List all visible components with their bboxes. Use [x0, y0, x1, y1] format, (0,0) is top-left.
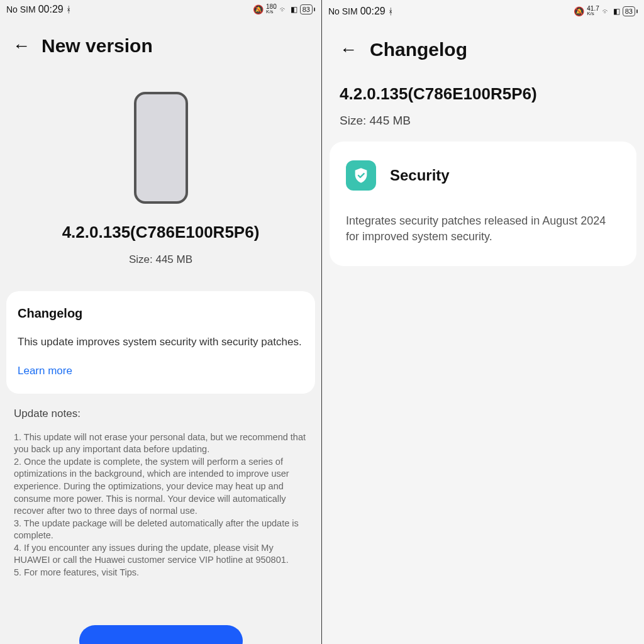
- changelog-screen: No SIM 00:29 ᚼ 🔕 41.7 K/s ᯤ ◧ 83 ← Chang…: [322, 0, 644, 644]
- learn-more-link[interactable]: Learn more: [18, 365, 72, 377]
- status-time: 00:29: [360, 6, 386, 17]
- status-no-sim: No SIM: [6, 4, 36, 14]
- version-number: 4.2.0.135(C786E100R5P6): [322, 67, 644, 104]
- update-notes-heading: Update notes:: [14, 408, 308, 420]
- mute-icon: 🔕: [574, 6, 584, 16]
- battery-indicator: 83: [623, 6, 638, 16]
- battery-indicator: 83: [300, 4, 315, 14]
- back-arrow-icon[interactable]: ←: [340, 41, 357, 58]
- shield-icon: [346, 160, 376, 191]
- status-bar: No SIM 00:29 ᚼ 🔕 41.7 K/s ᯤ ◧ 83: [322, 0, 644, 18]
- status-no-sim: No SIM: [328, 6, 358, 16]
- update-size: Size: 445 MB: [0, 253, 321, 266]
- data-speed: 180 K/s: [266, 4, 277, 14]
- data-speed: 41.7 K/s: [587, 6, 599, 16]
- security-description: Integrates security patches released in …: [346, 213, 620, 245]
- storage-icon: ◧: [291, 5, 297, 14]
- wifi-icon: ᯤ: [279, 4, 288, 14]
- changelog-description: This update improves system security wit…: [18, 335, 304, 350]
- download-install-button[interactable]: [79, 625, 243, 644]
- version-number: 4.2.0.135(C786E100R5P6): [0, 223, 321, 242]
- status-time: 00:29: [38, 4, 64, 15]
- security-title: Security: [390, 167, 450, 184]
- phone-icon: [134, 92, 188, 204]
- back-arrow-icon[interactable]: ←: [13, 37, 30, 55]
- update-notes: Update notes: 1. This update will not er…: [0, 394, 321, 579]
- storage-icon: ◧: [613, 7, 620, 16]
- security-card: Security Integrates security patches rel…: [330, 142, 636, 266]
- new-version-screen: No SIM 00:29 ᚼ 🔕 180 K/s ᯤ ◧ 83 ← New ve…: [0, 0, 322, 644]
- update-notes-body: 1. This update will not erase your perso…: [14, 431, 308, 579]
- bluetooth-icon: ᚼ: [388, 6, 393, 16]
- changelog-card: Changelog This update improves system se…: [6, 291, 315, 394]
- device-illustration: [0, 62, 321, 223]
- title-bar: ← New version: [0, 18, 321, 62]
- update-size: Size: 445 MB: [322, 104, 644, 128]
- wifi-icon: ᯤ: [602, 6, 611, 16]
- title-bar: ← Changelog: [322, 18, 644, 67]
- page-title: New version: [42, 35, 153, 57]
- status-bar: No SIM 00:29 ᚼ 🔕 180 K/s ᯤ ◧ 83: [0, 0, 321, 18]
- bluetooth-icon: ᚼ: [66, 4, 71, 14]
- changelog-heading: Changelog: [18, 306, 304, 321]
- mute-icon: 🔕: [253, 4, 264, 14]
- page-title: Changelog: [370, 39, 467, 60]
